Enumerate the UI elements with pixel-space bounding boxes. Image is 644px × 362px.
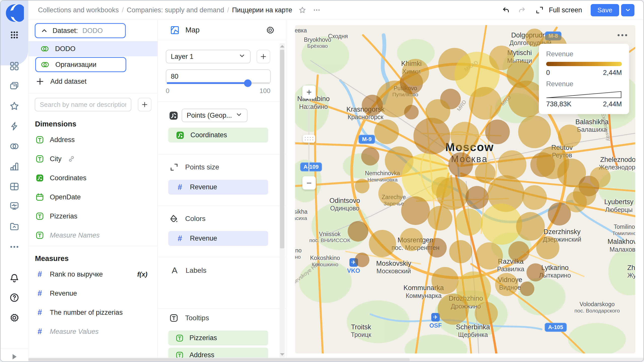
settings-scrollbar[interactable] — [279, 43, 285, 357]
measures-list: #Rank по выручкеf(x)#Revenue#The number … — [28, 265, 157, 341]
measure-field-the-number-of-pizzerias[interactable]: #The number of pizzerias — [28, 303, 157, 322]
horizontal-scrollbar-thumb[interactable] — [28, 358, 410, 361]
notifications-bell-icon[interactable] — [9, 272, 20, 284]
fullscreen-icon[interactable] — [535, 6, 544, 14]
number-field-icon: # — [175, 183, 184, 192]
map-city-label: PutilkovoПутилково — [392, 85, 418, 98]
collections-icon[interactable] — [9, 80, 20, 92]
zoom-in-button[interactable]: + — [302, 85, 316, 99]
breadcrumb: Collections and workbooks / Companies: s… — [38, 6, 292, 14]
dataset-item-organizations[interactable]: Организации — [35, 57, 126, 72]
datasets-icon[interactable] — [9, 141, 20, 152]
airport-marker-vko: ✈VKO — [347, 258, 360, 274]
tooltips-row: Tooltips — [169, 313, 209, 323]
geopoint-field-chip[interactable]: Coordinates — [168, 128, 268, 143]
chart-preview: еевкаBryokhovoБрёховоСходняDolgoprudnyДо… — [286, 20, 643, 361]
dimension-field-address[interactable]: Address — [28, 130, 157, 149]
settings-gear-icon[interactable] — [9, 312, 20, 324]
legend-max-value: 2,44M — [603, 69, 622, 77]
fullscreen-label[interactable]: Full screen — [549, 6, 582, 14]
opacity-slider-track[interactable] — [167, 82, 270, 84]
save-more-button[interactable] — [621, 4, 634, 16]
charts-icon[interactable] — [9, 161, 20, 172]
map-canvas[interactable]: еевкаBryokhovoБрёховоСходняDolgoprudnyДо… — [295, 25, 635, 353]
scroll-up-arrow[interactable] — [280, 45, 285, 48]
chip-label: Revenue — [190, 183, 217, 191]
monitoring-icon[interactable] — [9, 200, 20, 212]
text-field-icon — [35, 231, 44, 240]
dataset-selector[interactable]: Dataset: DODO — [35, 23, 126, 38]
dataset-item-dodo[interactable]: DODO — [28, 41, 157, 56]
colors-label: Colors — [185, 215, 206, 223]
more-actions-icon[interactable] — [312, 6, 321, 14]
map-city-label: Сходня — [328, 33, 348, 40]
geotype-select[interactable]: Points (Geop... — [182, 109, 248, 122]
dimension-field-city[interactable]: City — [28, 149, 157, 168]
dimension-field-coordinates[interactable]: Coordinates — [28, 168, 157, 188]
map-city-label: NemchinovkaНемчиновка — [365, 170, 400, 183]
dimension-field-opendate[interactable]: OpenDate — [28, 188, 157, 207]
add-field-button[interactable] — [138, 98, 151, 111]
measure-field-measure-values[interactable]: #Measure Values — [28, 322, 157, 341]
expand-rail-icon[interactable] — [9, 351, 20, 362]
breadcrumb-collections[interactable]: Collections and workbooks — [38, 6, 119, 14]
dimensions-title: Dimensions — [35, 120, 76, 128]
colors-bucket-icon — [169, 214, 179, 223]
link-icon[interactable] — [68, 155, 75, 163]
map-city-label: KommunarkaКоммунарка — [404, 284, 444, 299]
chart-settings-gear-icon[interactable] — [265, 25, 275, 35]
favorite-star-icon[interactable] — [298, 6, 306, 14]
number-field-icon: # — [35, 327, 44, 336]
map-city-label: KhimkiХимки — [401, 60, 422, 75]
scrollbar-thumb[interactable] — [280, 50, 284, 248]
map-legend: Revenue 0 2,44M Revenue 738,83K 2,44M — [539, 44, 629, 114]
measure-field-revenue[interactable]: #Revenue — [28, 284, 157, 303]
help-icon[interactable] — [9, 292, 20, 303]
airport-marker-osf: ✈OSF — [429, 313, 442, 329]
layer-opacity-input[interactable]: 80 — [166, 69, 271, 84]
number-field-icon: # — [35, 308, 44, 317]
road-badge-m-8: M-8 — [545, 31, 561, 40]
undo-icon[interactable] — [502, 6, 511, 15]
dimension-field-measure-names[interactable]: Measure Names — [28, 226, 157, 245]
points-size-field-chip[interactable]: # Revenue — [168, 180, 268, 195]
more-services-icon[interactable] — [9, 241, 20, 253]
map-city-label: ScherbinkaЩербинка — [456, 323, 490, 338]
labels-label: Labels — [186, 266, 207, 275]
breadcrumb-workbook[interactable]: Companies: supply and demand — [127, 6, 224, 14]
plane-icon: ✈ — [349, 258, 358, 267]
zoom-out-button[interactable]: − — [302, 176, 316, 190]
text-field-icon — [35, 154, 44, 163]
add-dataset-button[interactable]: Add dataset — [36, 75, 87, 88]
formula-fx-icon: f(x) — [137, 270, 147, 278]
zoom-slider-handle[interactable] — [303, 135, 315, 143]
points-size-row: Points size — [170, 163, 219, 172]
dataset-selector-label: Dataset: — [53, 27, 78, 35]
app-window: Collections and workbooks / Companies: s… — [0, 0, 644, 362]
connections-icon[interactable] — [9, 120, 20, 132]
field-label: Address — [50, 136, 75, 144]
dimension-field-pizzerias[interactable]: Pizzerias — [28, 207, 157, 226]
tooltip-field-chip-pizzerias[interactable]: Pizzerias — [168, 331, 268, 345]
map-chart-icon[interactable] — [170, 25, 180, 35]
add-layer-button[interactable] — [257, 50, 270, 63]
top-bar: Collections and workbooks / Companies: s… — [28, 1, 643, 20]
apps-grid-icon[interactable] — [9, 29, 20, 41]
dashboards-icon[interactable] — [9, 60, 20, 72]
layer-select[interactable]: Layer 1 — [166, 50, 251, 63]
opacity-slider-thumb[interactable] — [244, 79, 252, 87]
redo-icon[interactable] — [517, 6, 526, 15]
horizontal-scrollbar[interactable] — [28, 358, 643, 361]
favorites-icon[interactable] — [9, 100, 20, 112]
field-label: Revenue — [50, 290, 77, 297]
datalens-logo[interactable] — [5, 4, 24, 22]
services-folder-icon[interactable] — [9, 220, 20, 232]
tooltips-label: Tooltips — [185, 314, 209, 322]
save-button[interactable]: Save — [591, 4, 619, 16]
colors-field-chip[interactable]: # Revenue — [168, 231, 268, 246]
measure-field-rank-по-выручке[interactable]: #Rank по выручкеf(x) — [28, 265, 157, 284]
map-more-icon[interactable] — [618, 34, 627, 36]
dashboards-grid-icon[interactable] — [9, 181, 20, 192]
scroll-down-arrow[interactable] — [280, 353, 285, 356]
search-input[interactable] — [35, 98, 131, 111]
